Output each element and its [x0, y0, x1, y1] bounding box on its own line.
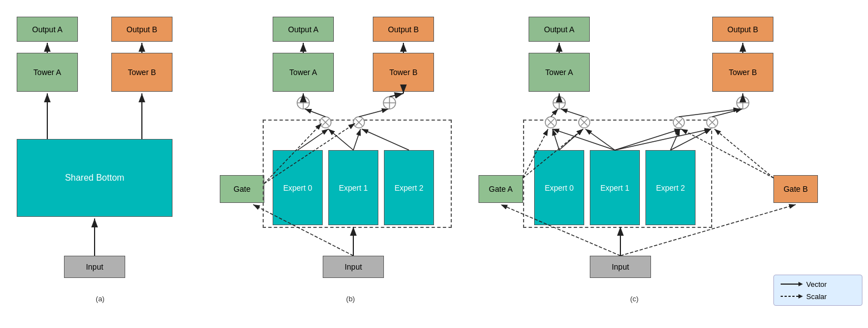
c-gateA-to-mixA1 — [523, 129, 548, 178]
b-e0-to-mixA — [298, 129, 328, 150]
b-e1-to-mixB — [353, 129, 361, 150]
c-e1-to-mixB1 — [615, 129, 681, 150]
b-e2-to-mixB — [362, 129, 409, 150]
c-mixA1-to-sumA — [551, 109, 558, 117]
c-gateB-to-mixB2 — [714, 129, 773, 178]
b-e1-to-mixA — [328, 129, 353, 150]
b-sumB-to-towerB2 — [389, 93, 403, 97]
c-e1-to-mixA2 — [585, 129, 615, 150]
arrows-svg — [0, 0, 868, 328]
c-e2-to-mixB2 — [670, 129, 711, 150]
b-gate-to-mixA — [264, 123, 322, 183]
c-gateB-to-mixB1 — [681, 129, 773, 178]
b-gate-to-mixB — [264, 123, 355, 183]
c-mixB2-to-sumB — [712, 109, 742, 117]
c-e1-to-mixB2 — [615, 129, 711, 150]
diagram-container: Output A Output B Tower A Tower B Shared… — [0, 0, 868, 328]
b-input-to-gate — [253, 205, 353, 256]
c-e0-to-mixA1 — [553, 129, 559, 150]
c-e1-to-mixA1 — [553, 129, 615, 150]
c-mixA2-to-sumA — [561, 109, 584, 117]
c-mixB1-to-sumB — [679, 109, 740, 117]
c-input-to-gateB — [620, 205, 796, 256]
b-mixB-to-sumB — [359, 109, 388, 117]
b-mixA-to-sumA — [305, 109, 326, 117]
c-input-to-gateA — [501, 205, 620, 256]
